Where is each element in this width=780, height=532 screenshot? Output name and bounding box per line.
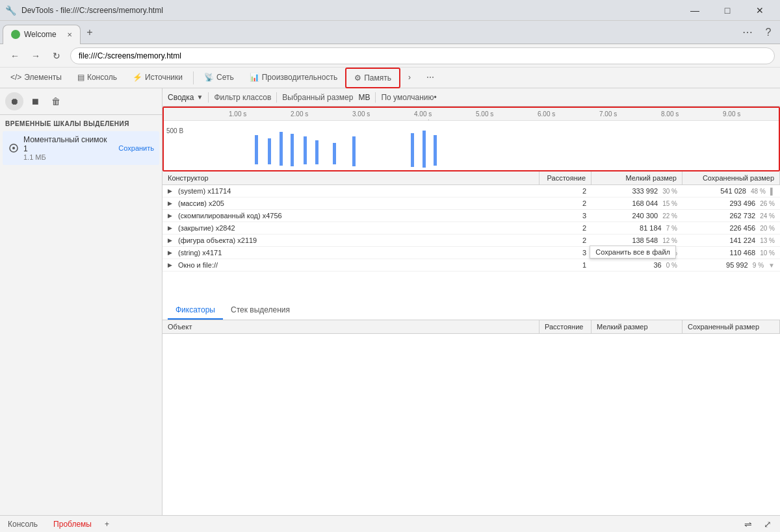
address-bar[interactable] [70, 47, 775, 64]
tab-close-button[interactable]: ✕ [67, 31, 72, 38]
sidebar-controls: ⏺ ⏹ 🗑 [0, 88, 162, 115]
svg-rect-2 [255, 135, 258, 164]
new-tab-button[interactable]: + [81, 23, 99, 42]
table-row[interactable]: ▶ (string) x4171 3 110 428 10 % 110 468 … [162, 247, 780, 259]
svg-rect-9 [352, 136, 356, 166]
bth-object[interactable]: Объект [162, 320, 540, 333]
nav-item-console[interactable]: ▤ Консоль [70, 68, 125, 88]
clear-button[interactable]: 🗑 [47, 92, 65, 110]
row-expander-4[interactable]: ▶ [168, 225, 176, 231]
view-dropdown-arrow: ▼ [197, 94, 203, 101]
table-row[interactable]: ▶ Окно и file:// 1 36 0 % 95 992 9 % ▼ [162, 259, 780, 272]
close-button[interactable]: ✕ [745, 0, 775, 21]
tick-2s: 2.00 s [291, 110, 308, 118]
bth-retained[interactable]: Сохраненный размер [682, 320, 780, 333]
row-expander-2[interactable]: ▶ [168, 200, 176, 207]
forward-button[interactable]: → [26, 47, 46, 64]
status-console-tab[interactable]: Консоль [5, 520, 40, 529]
td-constructor-3: ▶ (скомпилированный код) x4756 [162, 210, 540, 222]
status-right-buttons: ⇌ ⤢ [741, 517, 775, 531]
minimize-button[interactable]: — [680, 0, 710, 21]
status-bar: Консоль Проблемы + ⇌ ⤢ [0, 515, 780, 532]
tab-help-button[interactable]: ? [759, 23, 777, 42]
tab-retainers[interactable]: Фиксаторы [168, 301, 223, 320]
network-icon: 📡 [204, 73, 214, 82]
bottom-table-empty [162, 334, 780, 496]
elements-icon: </> [10, 73, 21, 82]
nav-buttons: ← → ↻ [5, 47, 66, 64]
right-panel: Сводка ▼ Фильтр классов Выбранный размер… [162, 88, 780, 515]
th-distance[interactable]: Расстояние [540, 171, 592, 184]
size-value: МВ [358, 93, 370, 102]
nav-item-sources[interactable]: ⚡ Источники [125, 68, 190, 88]
th-shallow[interactable]: Мелкий размер [592, 171, 682, 184]
bth-shallow[interactable]: Мелкий размер [592, 320, 682, 333]
nav-item-network[interactable]: 📡 Сеть [196, 68, 242, 88]
tick-8s: 8.00 s [661, 110, 679, 118]
snapshot-save-link[interactable]: Сохранить [118, 144, 154, 152]
status-add-tab[interactable]: + [105, 520, 109, 529]
td-distance-7: 1 [540, 259, 592, 271]
table-row[interactable]: ▶ (массив) x205 2 168 044 15 % 293 496 2… [162, 197, 780, 210]
view-dropdown[interactable]: Сводка ▼ [168, 93, 203, 102]
th-constructor[interactable]: Конструктор [162, 171, 540, 184]
record-button[interactable]: ⏺ [5, 92, 23, 110]
save-all-tooltip[interactable]: Сохранить все в файл [590, 246, 676, 259]
tick-4s: 4.00 s [414, 110, 432, 118]
td-shallow-2: 168 044 15 % [592, 197, 682, 209]
row-expander-6[interactable]: ▶ [168, 249, 176, 256]
tick-5s: 5.00 s [476, 110, 493, 118]
bottom-tabs: Фиксаторы Стек выделения [162, 301, 780, 320]
title-bar-controls: — □ ✕ [680, 0, 775, 21]
svg-rect-7 [315, 140, 318, 164]
td-shallow-5: 138 548 12 % [592, 234, 682, 246]
th-retained[interactable]: Сохраненный размер [682, 171, 780, 184]
filter-label: Фильтр классов [214, 93, 271, 102]
table-row[interactable]: ▶ (скомпилированный код) x4756 3 240 300… [162, 210, 780, 222]
status-problems-tab[interactable]: Проблемы [51, 520, 94, 529]
back-button[interactable]: ← [5, 47, 25, 64]
row-expander-7[interactable]: ▶ [168, 262, 176, 268]
browser-tab-welcome[interactable]: Welcome ✕ [3, 25, 81, 44]
dock-button[interactable]: ⇌ [741, 517, 755, 531]
sources-icon: ⚡ [133, 73, 142, 82]
maximize-button[interactable]: □ [712, 0, 742, 21]
nav-item-more[interactable]: › [400, 68, 419, 88]
undock-button[interactable]: ⤢ [760, 517, 775, 531]
svg-rect-8 [333, 143, 336, 164]
title-bar-text: DevTools - file:///C:/screens/memory.htm… [21, 6, 675, 15]
tab-menu-more-button[interactable]: ⋯ [738, 23, 757, 42]
svg-rect-5 [291, 134, 294, 166]
row-expander-5[interactable]: ▶ [168, 237, 176, 244]
row-expander-1[interactable]: ▶ [168, 188, 176, 194]
td-constructor-5: ▶ (фигура объекта) x2119 [162, 234, 540, 246]
td-shallow-4: 81 184 7 % [592, 222, 682, 234]
td-retained-1: 541 028 48 % ▌ [682, 185, 780, 197]
nav-item-performance[interactable]: 📊 Производительность [242, 68, 345, 88]
nav-item-extra[interactable]: ⋯ [419, 68, 442, 88]
devtools-favicon: 🔧 [5, 5, 16, 16]
table-row[interactable]: ▶ (закрытие) x2842 2 81 184 7 % 226 456 … [162, 222, 780, 234]
stop-button[interactable]: ⏹ [26, 92, 44, 110]
nav-item-memory[interactable]: ⚙ Память [345, 68, 400, 88]
reload-button[interactable]: ↻ [47, 47, 66, 64]
bth-distance[interactable]: Расстояние [540, 320, 592, 333]
default-label: По умолчанию• [381, 93, 436, 102]
snapshot-name: Моментальный снимок 1 [23, 135, 113, 153]
td-distance-2: 2 [540, 197, 592, 209]
td-shallow-7: 36 0 % [592, 259, 682, 271]
snapshot-info: Моментальный снимок 1 1.1 МБ [23, 135, 113, 161]
tab-menu: ⋯ ? [738, 23, 777, 42]
td-retained-5: 141 224 13 % [682, 234, 780, 246]
td-distance-5: 2 [540, 234, 592, 246]
row-expander-3[interactable]: ▶ [168, 212, 176, 219]
snapshot-item[interactable]: Моментальный снимок 1 1.1 МБ Сохранить [3, 131, 159, 165]
tab-alloc-stack[interactable]: Стек выделения [223, 301, 298, 320]
table-row[interactable]: ▶ (фигура объекта) x2119 2 138 548 12 % … [162, 234, 780, 247]
snapshot-icon [8, 142, 20, 154]
timeline-svg [203, 122, 779, 169]
td-constructor-7: ▶ Окно и file:// [162, 259, 540, 271]
td-constructor-6: ▶ (string) x4171 [162, 247, 540, 259]
nav-item-elements[interactable]: </> Элементы [3, 68, 70, 88]
table-row[interactable]: ▶ (system) x11714 2 333 992 30 % 541 028… [162, 185, 780, 197]
